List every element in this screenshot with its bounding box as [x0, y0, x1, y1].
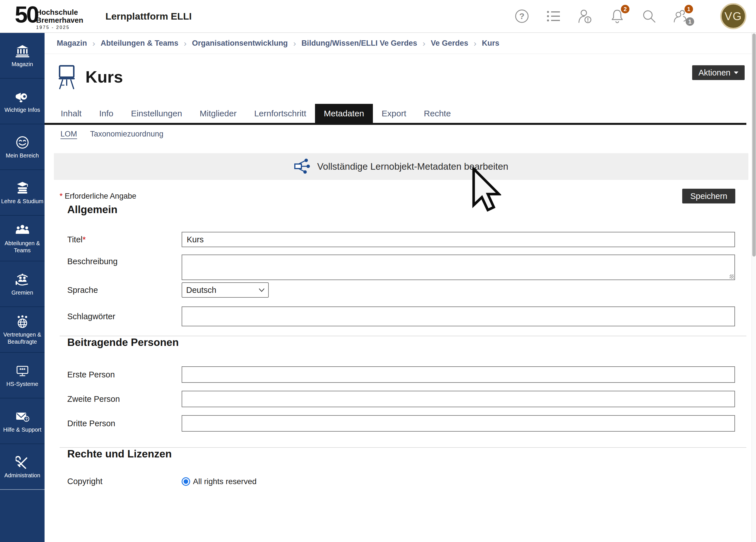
sidebar-item-administration[interactable]: Administration [0, 444, 45, 490]
user-pending-icon[interactable] [578, 8, 593, 24]
screen: 50 Hochschule Bremerhaven 1975 - 2025 Le… [0, 0, 756, 542]
course-flipchart-icon [56, 64, 77, 91]
contacts-badge-new: 1 [684, 5, 693, 13]
sidebar-item-label: Magazin [11, 61, 34, 68]
sidebar-item-hilfe-support[interactable]: ? Hilfe & Support [0, 398, 45, 444]
svg-text:***: *** [19, 367, 25, 373]
svg-text:?: ? [25, 417, 28, 421]
main-sidebar: Magazin Wichtige Infos Mein [0, 33, 45, 542]
form-row-zweite-person: Zweite Person [45, 391, 751, 407]
logo-50: 50 [15, 4, 38, 25]
form-row-beschreibung: Beschreibung [45, 255, 751, 280]
contacts-icon[interactable]: 1 1 [673, 8, 688, 24]
breadcrumb-item[interactable]: Organisationsentwicklung [192, 39, 288, 48]
sidebar-item-label: Lehre & Studium [0, 198, 45, 205]
form-toolbar: * Erforderliche Angabe Speichern [60, 189, 735, 203]
copyright-radio[interactable] [182, 477, 190, 486]
schlagwoerter-input[interactable] [182, 306, 735, 326]
form-row-dritte-person: Dritte Person [45, 415, 751, 432]
section-title-allgemein: Allgemein [67, 203, 751, 216]
language-select-control[interactable]: Deutsch [182, 282, 269, 298]
language-select[interactable]: Deutsch [182, 282, 269, 298]
subtab-lom[interactable]: LOM [60, 130, 77, 138]
sidebar-item-label: Vertretungen & Beauftragte [0, 331, 45, 345]
breadcrumb-separator-icon: › [93, 39, 95, 48]
tab-info[interactable]: Info [90, 104, 122, 123]
breadcrumb-separator-icon: › [474, 39, 476, 48]
sidebar-item-label: Hilfe & Support [2, 426, 43, 433]
breadcrumb: Magazin › Abteilungen & Teams › Organisa… [45, 33, 751, 54]
sidebar-item-label: Abteilungen & Teams [0, 240, 45, 254]
tab-mitglieder[interactable]: Mitglieder [191, 104, 245, 123]
breadcrumb-item[interactable]: Abteilungen & Teams [101, 39, 179, 48]
sidebar-item-label: Wichtige Infos [3, 106, 41, 114]
breadcrumb-item[interactable]: Ve Gerdes [431, 39, 468, 48]
actions-button[interactable]: Aktionen [692, 65, 745, 80]
metadata-network-icon [294, 158, 310, 175]
breadcrumb-separator-icon: › [423, 39, 425, 48]
notifications-bell-icon[interactable]: 2 [610, 8, 625, 24]
form-row-erste-person: Erste Person [45, 366, 751, 383]
todo-list-icon[interactable] [546, 8, 561, 24]
form-row-sprache: Sprache Deutsch [45, 282, 751, 298]
logo-name-line1: Hochschule [36, 9, 83, 16]
tab-lernfortschritt[interactable]: Lernfortschritt [245, 104, 315, 123]
logo-anniversary: 1975 - 2025 [36, 25, 83, 30]
resize-grip-icon[interactable] [730, 274, 734, 279]
mail-help-icon: ? [15, 409, 30, 424]
tab-export[interactable]: Export [373, 104, 415, 123]
tab-metadaten[interactable]: Metadaten [315, 104, 373, 123]
sidebar-item-vertretungen[interactable]: Vertretungen & Beauftragte [0, 307, 45, 353]
sidebar-item-wichtige-infos[interactable]: Wichtige Infos [0, 79, 45, 124]
breadcrumb-separator-icon: › [293, 39, 296, 48]
committee-icon [15, 272, 30, 287]
sprache-label: Sprache [67, 285, 182, 295]
copyright-option-label: All rights reserved [193, 477, 257, 486]
edit-full-metadata-banner[interactable]: Vollständige Lernobjekt-Metadaten bearbe… [54, 153, 748, 180]
page-header: Kurs Aktionen [56, 64, 745, 91]
breadcrumb-item[interactable]: Bildung/Wissen/ELLI Ve Gerdes [301, 39, 417, 48]
breadcrumb-item[interactable]: Magazin [57, 39, 87, 48]
dritte-person-input[interactable] [182, 415, 735, 432]
beschreibung-textarea[interactable] [182, 255, 735, 280]
tab-inhalt[interactable]: Inhalt [52, 104, 90, 123]
titel-input[interactable] [182, 232, 735, 247]
sidebar-item-lehre-studium[interactable]: Lehre & Studium [0, 170, 45, 216]
zweite-person-input[interactable] [182, 391, 735, 407]
top-header: 50 Hochschule Bremerhaven 1975 - 2025 Le… [0, 0, 756, 33]
tab-rechte[interactable]: Rechte [415, 104, 460, 123]
notifications-badge: 2 [621, 5, 629, 13]
smiley-icon [16, 135, 29, 150]
zweite-person-label: Zweite Person [67, 394, 182, 404]
tab-bar: Inhalt Info Einstellungen Mitglieder Ler… [45, 104, 746, 125]
main-content: Magazin › Abteilungen & Teams › Organisa… [45, 33, 751, 542]
sidebar-item-hs-systeme[interactable]: *** HS-Systeme [0, 353, 45, 398]
sidebar-item-gremien[interactable]: Gremien [0, 261, 45, 307]
vertical-scrollbar[interactable] [751, 33, 756, 542]
search-icon[interactable] [641, 8, 657, 24]
form-row-copyright: Copyright All rights reserved [45, 477, 751, 486]
section-title-rechte: Rechte und Lizenzen [67, 448, 751, 460]
scrollbar-thumb[interactable] [752, 33, 756, 257]
monitor-icon: *** [16, 363, 29, 379]
help-icon[interactable]: ? [514, 8, 530, 24]
books-icon [15, 180, 30, 196]
avatar[interactable]: VG [720, 3, 746, 29]
people-group-icon [15, 222, 30, 238]
sidebar-item-mein-bereich[interactable]: Mein Bereich [0, 124, 45, 170]
sidebar-item-abteilungen-teams[interactable]: Abteilungen & Teams [0, 216, 45, 261]
schlagwoerter-label: Schlagwörter [67, 312, 182, 321]
tab-einstellungen[interactable]: Einstellungen [122, 104, 191, 123]
save-button[interactable]: Speichern [682, 189, 735, 203]
globe-people-icon [15, 314, 30, 329]
sidebar-item-magazin[interactable]: Magazin [0, 33, 45, 79]
sidebar-item-label: Mein Bereich [5, 152, 40, 159]
logo-name-line2: Bremerhaven [36, 16, 83, 24]
page-title: Kurs [85, 64, 123, 90]
erste-person-input[interactable] [182, 366, 735, 383]
erste-person-label: Erste Person [67, 370, 182, 379]
form-row-titel: Titel* [45, 232, 751, 247]
breadcrumb-item[interactable]: Kurs [482, 39, 499, 48]
sidebar-item-label: HS-Systeme [5, 381, 39, 388]
subtab-taxonomiezuordnung[interactable]: Taxonomiezuordnung [90, 130, 163, 138]
